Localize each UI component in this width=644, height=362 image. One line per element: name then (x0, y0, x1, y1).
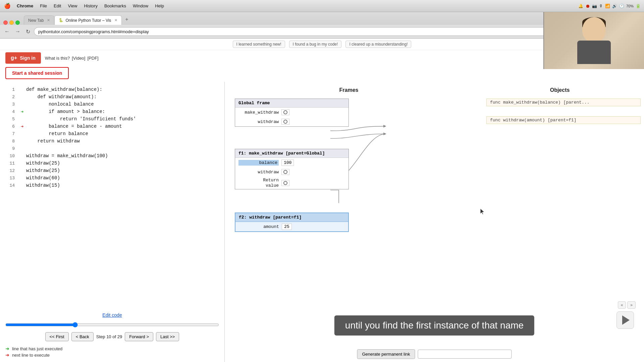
feedback-btn-3[interactable]: I cleared up a misunderstanding! (345, 41, 411, 48)
code-line-13: 13 withdraw(60) (5, 174, 219, 182)
menu-chrome[interactable]: Chrome (13, 3, 37, 8)
f2-frame-title: f2: withdraw [parent=f1] (235, 213, 348, 222)
rewind-right-button[interactable]: » (627, 301, 636, 309)
menu-file[interactable]: File (37, 3, 50, 8)
legend-green-arrow: ➜ (5, 346, 9, 351)
mouse-cursor (480, 208, 486, 217)
close-button[interactable] (3, 20, 8, 25)
audio-icon: 🎙 (599, 4, 603, 8)
rewind-left-button[interactable]: « (618, 301, 626, 309)
tab-new-tab[interactable]: New Tab ✕ (24, 15, 54, 25)
menu-bookmarks[interactable]: Bookmarks (101, 3, 129, 8)
dot-f1-return (283, 181, 287, 185)
f1-val-return (281, 180, 289, 186)
volume-icon: 🔊 (612, 4, 617, 8)
menu-edit[interactable]: Edit (50, 3, 64, 8)
feedback-btn-1[interactable]: I learned something new! (233, 41, 285, 48)
screen-icon: 📷 (592, 4, 597, 8)
pdf-link[interactable]: [PDF] (87, 56, 98, 61)
edit-code-link[interactable]: Edit code (102, 312, 122, 318)
generate-bar: Generate permanent link (357, 349, 512, 359)
menu-help[interactable]: Help (152, 3, 167, 8)
line-num-8: 8 (5, 139, 15, 144)
code-line-3: 3 nonlocal balance (5, 101, 219, 108)
system-icons: 🔔 ⏺ 📷 🎙 📶 🔊 🕐 70% 🔋 (578, 3, 641, 9)
frames-objects-header: Frames Objects (230, 87, 639, 93)
maximize-button[interactable] (15, 20, 20, 25)
code-line-8: 8 return withdraw (5, 137, 219, 145)
tab-close-python[interactable]: ✕ (114, 18, 117, 22)
line-num-12: 12 (5, 168, 15, 173)
tab-close-new[interactable]: ✕ (47, 18, 50, 22)
viz-panel: Frames Objects (225, 82, 644, 362)
f1-val-withdraw (281, 169, 289, 175)
line-num-10: 10 (5, 154, 15, 159)
tab-favicon-python: 🐍 (59, 18, 63, 22)
code-text-2: def withdraw(amount): (26, 94, 97, 100)
step-slider[interactable] (5, 322, 219, 327)
forward-button[interactable]: → (13, 28, 22, 35)
f1-val-balance: 100 (281, 160, 294, 166)
line-num-6: 6 (5, 124, 15, 129)
f1-frame-row-return: Returnvalue (235, 177, 348, 189)
page-content: I learned something new! I found a bug i… (0, 39, 644, 362)
global-var-withdraw: withdraw (238, 119, 279, 124)
line-num-14: 14 (5, 183, 15, 188)
person-head (582, 17, 606, 42)
new-tab-button[interactable]: + (123, 16, 130, 22)
f2-val-amount: 25 (282, 224, 292, 230)
code-text-10: withdraw = make_withdraw(100) (26, 153, 108, 159)
menu-window[interactable]: Window (129, 3, 152, 8)
func-box-withdraw: func withdraw(amount) [parent=f1] (486, 116, 641, 124)
minimize-button[interactable] (9, 20, 14, 25)
last-button[interactable]: Last >> (156, 332, 179, 341)
code-line-6: 6 ➜ balance = balance - amount (5, 123, 219, 130)
code-text-3: nonlocal balance (26, 102, 94, 107)
code-panel: 1 def make_withdraw(balance): 2 def with… (0, 82, 225, 362)
code-line-11: 11 withdraw(25) (5, 160, 219, 167)
signin-label: Sign in (20, 55, 36, 61)
global-frame: Global frame make_withdraw withdraw (235, 99, 349, 127)
tab-label-new: New Tab (28, 18, 44, 23)
play-button[interactable] (616, 311, 634, 329)
first-button[interactable]: << First (45, 332, 69, 341)
line-num-7: 7 (5, 131, 15, 136)
edit-code-area: Edit code (0, 310, 224, 320)
shared-session-button[interactable]: Start a shared session (5, 67, 69, 79)
code-line-1: 1 def make_withdraw(balance): (5, 86, 219, 93)
line-num-2: 2 (5, 95, 15, 100)
traffic-lights (3, 20, 20, 25)
forward-button[interactable]: Forward > (125, 332, 153, 341)
generate-input[interactable] (418, 350, 512, 359)
battery-text: 70% (626, 4, 634, 8)
battery-icon: 🔋 (636, 4, 641, 8)
generate-btn[interactable]: Generate permanent link (357, 349, 415, 359)
tab-python-tutor[interactable]: 🐍 Online Python Tutor – Vis ✕ (54, 15, 122, 25)
back-button[interactable]: < Back (71, 332, 94, 341)
line-num-4: 4 (5, 109, 15, 114)
apple-icon[interactable]: 🍎 (4, 3, 11, 9)
mac-menu: Chrome File Edit View History Bookmarks … (13, 3, 167, 8)
frames-header: Frames (339, 87, 359, 93)
record-icon: ⏺ (585, 3, 590, 9)
mac-titlebar: 🍎 Chrome File Edit View History Bookmark… (0, 0, 644, 12)
global-var-make_withdraw: make_withdraw (238, 110, 279, 115)
feedback-btn-2[interactable]: I found a bug in my code! (289, 41, 342, 48)
tab-label-python: Online Python Tutor – Vis (65, 18, 111, 23)
code-line-12: 12 withdraw(25) (5, 167, 219, 174)
code-line-9: 9 (5, 145, 219, 152)
global-val-make_withdraw (281, 109, 289, 115)
what-is-text: What is this? (45, 56, 70, 61)
code-text-4: if amount > balance: (26, 109, 105, 114)
reload-button[interactable]: ↻ (24, 28, 32, 36)
f1-frame-box: f1: make_withdraw [parent=Global] balanc… (235, 149, 349, 189)
google-signin-button[interactable]: g+ Sign in (5, 52, 41, 64)
subtitle-bar: until you find the first instance of tha… (334, 315, 534, 336)
legend: ➜ line that has just executed ➜ next lin… (0, 344, 224, 360)
code-text-11: withdraw(25) (26, 161, 60, 166)
menu-view[interactable]: View (64, 3, 80, 8)
back-button[interactable]: ← (3, 28, 11, 35)
video-link[interactable]: [Video] (72, 56, 85, 61)
code-line-10: 10 withdraw = make_withdraw(100) (5, 152, 219, 160)
menu-history[interactable]: History (80, 3, 101, 8)
